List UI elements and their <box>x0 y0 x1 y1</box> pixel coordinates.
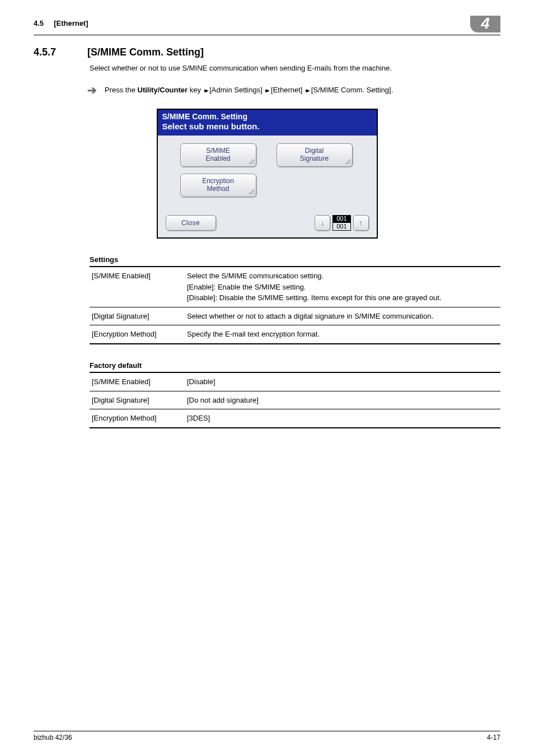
device-title-line1: S/MIME Comm. Setting <box>162 112 372 122</box>
nav-instruction: Press the Utility/Counter key ▸▸ [Admin … <box>105 85 393 96</box>
subsection-number: 4.5.7 <box>34 46 72 58</box>
table-row: [S/MIME Enabled] Select the S/MIME commu… <box>90 267 500 307</box>
chapter-badge: 4 <box>470 16 500 32</box>
breadcrumb-arrow-icon: ▸▸ <box>306 86 308 95</box>
submenu-indicator-icon: ◿ <box>249 188 254 195</box>
device-title-line2: Select sub menu button. <box>162 122 372 132</box>
smime-enabled-button[interactable]: S/MIME Enabled ◿ <box>180 143 256 167</box>
encryption-method-button[interactable]: Encryption Method ◿ <box>180 174 256 197</box>
header-section-number: 4.5 <box>34 19 44 27</box>
defaults-table-title: Factory default <box>90 360 500 371</box>
subsection-title: [S/MIME Comm. Setting] <box>87 46 204 58</box>
settings-table: [S/MIME Enabled] Select the S/MIME commu… <box>90 266 500 344</box>
table-row: [Digital Signature] [Do not add signatur… <box>90 391 500 409</box>
table-row: [Encryption Method] [3DES] <box>90 409 500 428</box>
intro-text: Select whether or not to use S/MINE comm… <box>90 63 500 74</box>
table-row: [Digital Signature] Select whether or no… <box>90 307 500 325</box>
page-navigator: ↓ 001 001 ↑ <box>315 215 368 231</box>
header-section-name: [Ethernet] <box>54 19 88 27</box>
submenu-indicator-icon: ◿ <box>345 157 350 165</box>
digital-signature-button[interactable]: Digital Signature ◿ <box>277 143 353 167</box>
table-row: [Encryption Method] Specify the E-mail t… <box>90 325 500 344</box>
settings-table-title: Settings <box>90 254 500 265</box>
page-footer: bizhub 42/36 4-17 <box>34 731 500 741</box>
header-divider <box>34 35 500 35</box>
page-header: 4.5 [Ethernet] 4 <box>34 16 500 32</box>
table-row: [S/MIME Enabled] [Disable] <box>90 372 500 391</box>
close-button[interactable]: Close <box>166 215 216 231</box>
page-down-button[interactable]: ↓ <box>315 215 330 231</box>
footer-model: bizhub 42/36 <box>34 734 72 741</box>
page-counter: 001 001 <box>332 215 350 231</box>
footer-page-number: 4-17 <box>487 734 500 741</box>
page-up-button[interactable]: ↑ <box>353 215 369 231</box>
submenu-indicator-icon: ◿ <box>249 157 254 165</box>
defaults-table: [S/MIME Enabled] [Disable] [Digital Sign… <box>90 372 500 428</box>
arrow-up-icon: ↑ <box>359 218 363 227</box>
arrow-down-icon: ↓ <box>321 218 325 227</box>
device-screen: S/MIME Comm. Setting Select sub menu but… <box>157 109 378 239</box>
breadcrumb-arrow-icon: ▸▸ <box>265 86 268 95</box>
breadcrumb-arrow-icon: ▸▸ <box>204 86 207 95</box>
procedure-arrow-icon: ➔ <box>87 82 97 99</box>
device-titlebar: S/MIME Comm. Setting Select sub menu but… <box>158 110 377 136</box>
